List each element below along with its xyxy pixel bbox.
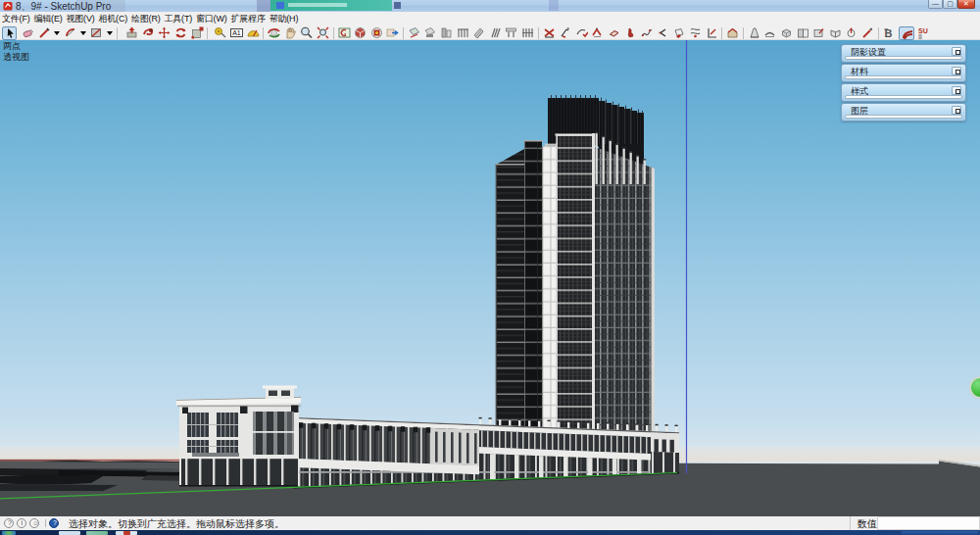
svg-text:A1: A1 xyxy=(232,29,241,36)
svg-text:8: 8 xyxy=(918,33,922,40)
svg-text:B: B xyxy=(884,27,892,39)
